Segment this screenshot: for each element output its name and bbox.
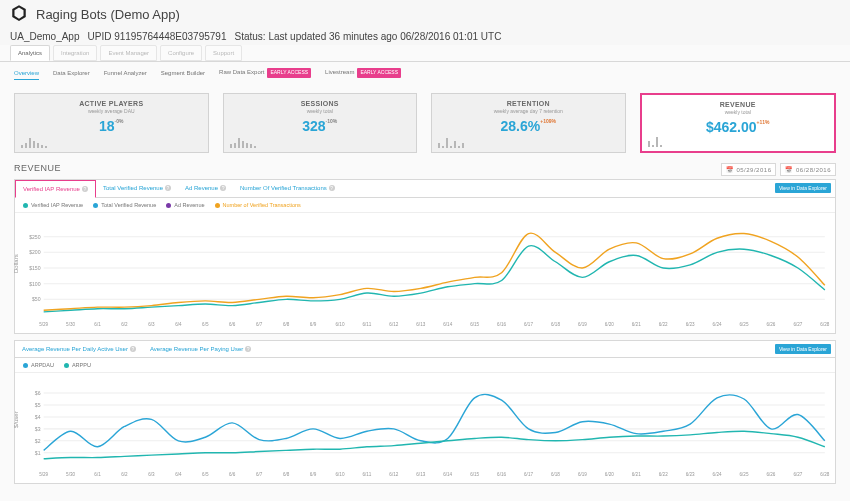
subtab-raw-data-export[interactable]: Raw Data ExportEARLY ACCESS (219, 68, 311, 81)
kpi-value: 18-0% (99, 118, 123, 134)
svg-text:6/24: 6/24 (713, 322, 722, 327)
arpu-line-chart: $/user $1$2$3$4$5$65/295/306/16/26/36/46… (15, 373, 835, 483)
date-from[interactable]: 📅05/29/2016 (721, 163, 777, 176)
svg-text:6/3: 6/3 (148, 322, 155, 327)
svg-text:6/9: 6/9 (310, 322, 317, 327)
svg-text:6/8: 6/8 (283, 472, 290, 477)
svg-text:6/27: 6/27 (793, 322, 802, 327)
svg-text:6/18: 6/18 (551, 322, 560, 327)
sub-tabs: Overview Data Explorer Funnel Analyzer S… (0, 62, 850, 85)
chart-tabs: Average Revenue Per Daily Active User? A… (15, 341, 835, 358)
help-icon[interactable]: ? (165, 185, 171, 191)
main-tabs: Analytics Integration Event Manager Conf… (0, 45, 850, 61)
chart-tab-ad-revenue[interactable]: Ad Revenue? (178, 180, 233, 197)
svg-text:5/30: 5/30 (66, 322, 75, 327)
chart-tab-verified-iap[interactable]: Verified IAP Revenue? (15, 180, 96, 198)
subtab-segment-builder[interactable]: Segment Builder (161, 70, 205, 79)
help-icon[interactable]: ? (220, 185, 226, 191)
svg-text:6/12: 6/12 (389, 322, 398, 327)
kpi-subtitle: weekly total (307, 108, 333, 114)
svg-text:6/4: 6/4 (175, 322, 182, 327)
app-title: Raging Bots (Demo App) (36, 7, 180, 22)
svg-text:6/8: 6/8 (283, 322, 290, 327)
svg-text:$5: $5 (35, 402, 41, 408)
help-icon[interactable]: ? (130, 346, 136, 352)
tab-integration[interactable]: Integration (53, 45, 97, 61)
svg-text:6/28: 6/28 (820, 322, 829, 327)
chart-tab-transactions[interactable]: Number Of Verified Transactions? (233, 180, 342, 197)
svg-text:6/13: 6/13 (416, 322, 425, 327)
legend-label: Ad Revenue (174, 202, 204, 208)
svg-text:6/19: 6/19 (578, 472, 587, 477)
chart-tab-total-verified[interactable]: Total Verified Revenue? (96, 180, 178, 197)
svg-text:6/24: 6/24 (713, 472, 722, 477)
svg-text:$100: $100 (29, 281, 41, 287)
subtab-overview[interactable]: Overview (14, 70, 39, 80)
help-icon[interactable]: ? (82, 186, 88, 192)
kpi-value: 28.6%+109% (501, 118, 556, 134)
chart-tab-arppu[interactable]: Average Revenue Per Paying User? (143, 341, 258, 357)
kpi-active-players[interactable]: ACTIVE PLAYERS weekly average DAU 18-0% (14, 93, 209, 153)
svg-text:6/13: 6/13 (416, 472, 425, 477)
view-in-data-explorer-button[interactable]: View in Data Explorer (775, 344, 831, 354)
svg-text:6/28: 6/28 (820, 472, 829, 477)
svg-text:6/2: 6/2 (121, 472, 128, 477)
unity-logo-icon (10, 4, 28, 24)
svg-text:$1: $1 (35, 450, 41, 456)
svg-text:6/16: 6/16 (497, 322, 506, 327)
svg-text:6/9: 6/9 (310, 472, 317, 477)
svg-text:6/6: 6/6 (229, 322, 236, 327)
tab-analytics[interactable]: Analytics (10, 45, 50, 61)
section-header: REVENUE 📅05/29/2016 📅06/28/2016 (0, 161, 850, 175)
help-icon[interactable]: ? (329, 185, 335, 191)
subtab-livestream[interactable]: LivestreamEARLY ACCESS (325, 68, 401, 81)
revenue-line-chart: Dollars $50$100$150$200$2505/295/306/16/… (15, 213, 835, 333)
subtab-funnel-analyzer[interactable]: Funnel Analyzer (104, 70, 147, 79)
date-to[interactable]: 📅06/28/2016 (780, 163, 836, 176)
kpi-sessions[interactable]: SESSIONS weekly total 328-10% (223, 93, 418, 153)
svg-text:$250: $250 (29, 234, 41, 240)
svg-text:5/30: 5/30 (66, 472, 75, 477)
y-axis-label: Dollars (13, 254, 19, 273)
svg-text:6/22: 6/22 (659, 472, 668, 477)
kpi-revenue[interactable]: REVENUE weekly total $462.00+11% (640, 93, 837, 153)
svg-text:6/11: 6/11 (362, 322, 371, 327)
svg-text:6/21: 6/21 (632, 472, 641, 477)
svg-text:6/27: 6/27 (793, 472, 802, 477)
view-in-data-explorer-button[interactable]: View in Data Explorer (775, 183, 831, 193)
tab-support[interactable]: Support (205, 45, 242, 61)
svg-text:6/25: 6/25 (740, 322, 749, 327)
svg-text:6/10: 6/10 (335, 472, 344, 477)
svg-text:6/25: 6/25 (740, 472, 749, 477)
svg-text:6/15: 6/15 (470, 322, 479, 327)
legend-dot-icon (93, 203, 98, 208)
kpi-subtitle: weekly total (725, 109, 751, 115)
legend-dot-icon (64, 363, 69, 368)
svg-text:$150: $150 (29, 265, 41, 271)
chart-tab-arpdau[interactable]: Average Revenue Per Daily Active User? (15, 341, 143, 357)
project-label: UA_Demo_App (10, 31, 79, 42)
svg-text:6/14: 6/14 (443, 472, 452, 477)
help-icon[interactable]: ? (245, 346, 251, 352)
sparkline (438, 138, 464, 148)
legend-label: Verified IAP Revenue (31, 202, 83, 208)
svg-text:6/20: 6/20 (605, 472, 614, 477)
tab-event-manager[interactable]: Event Manager (100, 45, 157, 61)
kpi-value: 328-10% (302, 118, 337, 134)
tab-configure[interactable]: Configure (160, 45, 202, 61)
calendar-icon: 📅 (726, 166, 734, 173)
kpi-title: REVENUE (720, 101, 756, 108)
kpi-retention[interactable]: RETENTION weekly average day 7 retention… (431, 93, 626, 153)
legend-label: Total Verified Revenue (101, 202, 156, 208)
kpi-value: $462.00+11% (706, 119, 770, 135)
status-text: Status: Last updated 36 minutes ago 06/2… (235, 31, 502, 42)
chart-legend: Verified IAP Revenue Total Verified Reve… (15, 198, 835, 213)
sparkline (230, 138, 256, 148)
chart-tabs: Verified IAP Revenue? Total Verified Rev… (15, 180, 835, 198)
app-subheader: UA_Demo_App UPID 91195764448E03795791 St… (0, 27, 850, 45)
svg-text:6/15: 6/15 (470, 472, 479, 477)
section-title: REVENUE (14, 163, 61, 173)
subtab-data-explorer[interactable]: Data Explorer (53, 70, 90, 79)
legend-dot-icon (166, 203, 171, 208)
svg-text:6/11: 6/11 (362, 472, 371, 477)
